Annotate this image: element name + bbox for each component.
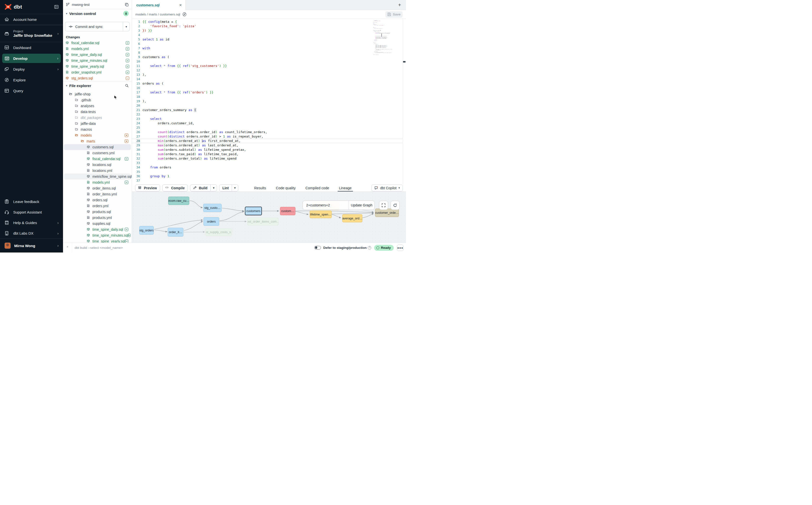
- help-icon[interactable]: ?: [368, 246, 371, 249]
- code-line-27[interactable]: 27 count(distinct orders.order_id) > 1 a…: [132, 134, 406, 139]
- tree-item-models.yml[interactable]: models.yml+: [64, 179, 131, 185]
- tree-item-marts[interactable]: marts: [64, 138, 131, 144]
- stage-file-button[interactable]: +: [125, 228, 128, 231]
- lineage-node-test_supply_costs_s[interactable]: test_supply_costs_s…: [205, 228, 232, 236]
- code-line-23[interactable]: 23 select: [132, 117, 406, 121]
- sidebar-item-develop[interactable]: Develop›: [0, 53, 63, 64]
- branch-name[interactable]: mwong-test: [72, 3, 90, 7]
- tree-item-metricflow_time_spine.sql[interactable]: metricflow_time_spine.sql•••: [64, 174, 131, 179]
- tree-item-jaffle-data[interactable]: jaffle-data: [64, 121, 131, 127]
- refresh-button[interactable]: [390, 201, 399, 210]
- code-editor[interactable]: 1{{ config(meta = { 2 'favorite_food': '…: [132, 19, 406, 184]
- changed-file-time_spine_daily.sql[interactable]: time_spine_daily.sql+: [63, 52, 132, 57]
- expand-panel-icon[interactable]: ⌃: [63, 246, 72, 249]
- code-line-19[interactable]: 19),: [132, 99, 406, 104]
- code-line-29[interactable]: 29 max(orders.ordered_at) as last_ordere…: [132, 143, 406, 148]
- lineage-node-average_ord[interactable]: average_ord…: [342, 214, 362, 222]
- lineage-node-customers[interactable]: customers: [245, 207, 262, 215]
- code-line-20[interactable]: 20: [132, 104, 406, 108]
- code-line-4[interactable]: 4: [132, 33, 406, 37]
- tree-item-macros[interactable]: macros: [64, 127, 131, 132]
- sidebar-item-support-assistant[interactable]: Support Assistant: [0, 207, 63, 217]
- tree-item-.github[interactable]: .github: [64, 97, 131, 103]
- tree-item-orders.sql[interactable]: orders.sql: [64, 197, 131, 203]
- lineage-search-input[interactable]: 2+customers+2: [303, 203, 349, 207]
- code-line-22[interactable]: 22: [132, 112, 406, 117]
- sidebar-item-dbt-labs-dx[interactable]: dbt Labs DX›: [0, 228, 63, 238]
- tree-item-orders.yml[interactable]: orders.yml: [64, 203, 131, 209]
- stage-file-button[interactable]: +: [126, 47, 129, 50]
- sidebar-item-query[interactable]: Query: [0, 85, 63, 96]
- close-icon[interactable]: ✕: [179, 3, 182, 7]
- stage-file-button[interactable]: +: [125, 157, 128, 161]
- tab-customers-sql[interactable]: customers.sql ✕: [132, 0, 186, 10]
- sidebar-item-deploy[interactable]: Deploy›: [0, 64, 63, 74]
- status-badge[interactable]: Ready: [374, 245, 394, 251]
- dbt-command-input[interactable]: [72, 243, 314, 252]
- tab-compiled-code[interactable]: Compiled code: [306, 184, 329, 191]
- changed-file-order_snapshot.yml[interactable]: order_snapshot.yml+: [63, 69, 132, 75]
- sidebar-item-help-guides[interactable]: Help & Guides›: [0, 217, 63, 228]
- code-line-9[interactable]: 9customers as (: [132, 55, 406, 59]
- preview-button[interactable]: Preview: [135, 184, 160, 191]
- build-dropdown[interactable]: ▾: [210, 185, 217, 191]
- search-icon[interactable]: [125, 84, 129, 88]
- tree-item-order_items.yml[interactable]: order_items.yml: [64, 191, 131, 197]
- lineage-node-customer_orde[interactable]: customer_orde…: [375, 209, 399, 217]
- lineage-node-lifetime_spen[interactable]: lifetime_spen…: [310, 210, 332, 218]
- changed-file-models.yml[interactable]: models.yml+: [63, 46, 132, 52]
- tree-item-products.sql[interactable]: products.sql: [64, 209, 131, 215]
- version-control-header[interactable]: ▾ Version control 8: [63, 9, 132, 18]
- lineage-node-orders[interactable]: orders: [203, 217, 219, 226]
- code-line-5[interactable]: 5select 1 as id: [132, 37, 406, 42]
- user-menu[interactable]: Mirna Wong ›: [0, 239, 63, 252]
- lineage-node-test_order_items_com[interactable]: test_order_items_com…: [248, 218, 279, 225]
- tree-item-customers.sql[interactable]: customers.sql: [64, 144, 131, 150]
- commit-options-dropdown[interactable]: ▾: [123, 22, 130, 31]
- compass-icon[interactable]: [182, 12, 187, 16]
- stage-file-button[interactable]: +: [126, 70, 129, 74]
- code-line-15[interactable]: 15orders as (: [132, 81, 406, 86]
- code-line-14[interactable]: 14: [132, 77, 406, 81]
- code-line-12[interactable]: 12: [132, 68, 406, 72]
- save-button[interactable]: Save: [385, 11, 402, 18]
- copy-icon[interactable]: [125, 3, 129, 7]
- stage-file-button[interactable]: +: [126, 53, 129, 56]
- file-explorer-header[interactable]: ▾ File explorer: [63, 81, 132, 90]
- code-line-18[interactable]: 18: [132, 95, 406, 99]
- lineage-node-custom[interactable]: custom…: [280, 207, 295, 215]
- build-button[interactable]: Build ▾: [190, 184, 217, 191]
- compile-button[interactable]: Compile: [162, 184, 188, 191]
- code-line-7[interactable]: 7with: [132, 46, 406, 50]
- new-tab-button[interactable]: +: [397, 2, 402, 8]
- defer-toggle[interactable]: [314, 246, 321, 249]
- sidebar-item-project[interactable]: ProjectJaffle Shop Snowflake ›: [0, 25, 63, 42]
- lineage-node-ecomraw_cu[interactable]: ecom.raw_cu…: [168, 197, 189, 205]
- tree-item-supplies.sql[interactable]: supplies.sql: [64, 221, 131, 226]
- code-line-33[interactable]: 33: [132, 161, 406, 165]
- code-line-13[interactable]: 13),: [132, 72, 406, 77]
- code-line-32[interactable]: 32 sum(orders.order_total) as lifetime_s…: [132, 156, 406, 161]
- code-line-2[interactable]: 2 'favorite_food': 'pizza': [132, 24, 406, 28]
- dbt-copilot-button[interactable]: dbt Copilot ▾: [371, 184, 403, 191]
- tree-item-jaffle-shop[interactable]: jaffle-shop: [64, 91, 131, 97]
- tab-code-quality[interactable]: Code quality: [276, 184, 296, 191]
- tree-item-order_items.sql[interactable]: order_items.sql: [64, 185, 131, 191]
- tree-item-time_spine_daily.sql[interactable]: time_spine_daily.sql+: [64, 226, 131, 232]
- tab-results[interactable]: Results: [254, 184, 266, 191]
- code-line-16[interactable]: 16: [132, 86, 406, 90]
- code-line-30[interactable]: 30 sum(orders.subtotal) as lifetime_spen…: [132, 148, 406, 152]
- code-line-26[interactable]: 26 count(distinct orders.order_id) as co…: [132, 130, 406, 134]
- lineage-node-stg_custo[interactable]: stg_custo…: [203, 204, 222, 212]
- code-line-6[interactable]: 6: [132, 42, 406, 46]
- stage-file-button[interactable]: +: [128, 233, 130, 237]
- editor-minimap[interactable]: {{ config(meta = { 'favorite_food': 'piz…: [373, 20, 396, 55]
- changed-file-time_spine_yearly.sql[interactable]: time_spine_yearly.sql+: [63, 63, 132, 69]
- changed-file-time_spine_minutes.sql[interactable]: time_spine_minutes.sql+: [63, 57, 132, 63]
- lineage-graph[interactable]: ecom.raw_cu…stg_custo…stg_ordersorder_it…: [132, 191, 406, 243]
- code-line-8[interactable]: 8: [132, 50, 406, 55]
- code-line-28[interactable]: 28 min(orders.ordered_at) as first_order…: [132, 139, 406, 143]
- tree-item-data-tests[interactable]: data-tests: [64, 109, 131, 115]
- code-line-24[interactable]: 24 orders.customer_id,: [132, 121, 406, 126]
- sidebar-collapse-icon[interactable]: [54, 5, 58, 9]
